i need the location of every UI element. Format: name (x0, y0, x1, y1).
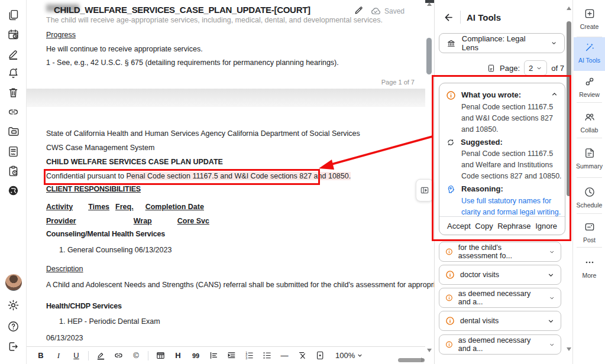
tab-create[interactable]: Create (573, 8, 605, 30)
edit-pen-icon[interactable] (6, 47, 21, 61)
bullet-list-icon[interactable] (258, 349, 275, 363)
link-icon[interactable] (6, 105, 21, 119)
col-completion-date: Completion Date (145, 203, 204, 211)
doc-paragraph[interactable]: State of California Health and Human Ser… (46, 129, 360, 138)
chevron-down-icon (549, 341, 555, 349)
horizontal-rule-icon[interactable]: — (276, 349, 293, 363)
document-scrollbar[interactable] (425, 0, 433, 355)
tab-review[interactable]: Review (573, 76, 605, 98)
document-signature-icon[interactable] (6, 144, 21, 159)
suggestion-item[interactable]: as deemed necessary and a... (439, 334, 561, 355)
chevron-down-icon (547, 271, 555, 279)
description-heading[interactable]: Description (46, 265, 83, 273)
tab-summary[interactable]: Summary (573, 147, 605, 170)
scroll-up-arrow[interactable] (567, 6, 571, 10)
compliance-lens-dropdown[interactable]: Compliance: Legal Lens (439, 33, 565, 53)
doc-footnote[interactable]: 1 - See, e.g., 42 U.S.C. § 675 (detailin… (46, 58, 339, 67)
heading-icon[interactable]: H (170, 349, 186, 363)
doc-heading-progress[interactable]: Progress (46, 31, 76, 39)
calendar-clock-icon[interactable] (6, 27, 21, 42)
suggestion-item[interactable]: dental visits (439, 311, 561, 331)
description-text[interactable]: A Child and Adolescent Needs and Strengt… (46, 278, 428, 292)
table-header-row-2[interactable]: ProviderWrapCore Svc (46, 217, 209, 225)
zoom-control[interactable]: 100% (335, 351, 363, 360)
scroll-up-arrow[interactable] (427, 2, 432, 6)
panel-toggle-button[interactable] (416, 179, 433, 202)
tab-label: Review (573, 91, 605, 98)
doc-confidential-line[interactable]: Confidential pursuant to Penal Code sect… (46, 172, 351, 180)
document-canvas[interactable]: The child will receive age-appropriate s… (27, 0, 425, 346)
doc-paragraph[interactable]: The child will receive age-appropriate s… (46, 16, 383, 24)
trash-icon[interactable] (6, 85, 21, 100)
insert-page-icon[interactable] (312, 349, 328, 363)
section-heading[interactable]: CLIENT RESPONSIBILITIES (46, 185, 141, 193)
tab-collab[interactable]: Collab (573, 111, 605, 134)
list-item[interactable]: 1. General Counseling 06/13/2023 (59, 246, 172, 254)
rail-divider (577, 102, 602, 103)
align-left-icon[interactable] (205, 349, 222, 363)
ignore-button[interactable]: Ignore (535, 222, 557, 230)
table-header-row-1[interactable]: ActivityTimesFreq.Completion Date (46, 203, 204, 211)
globe-icon[interactable] (6, 183, 21, 198)
clear-formatting-icon[interactable] (294, 349, 310, 363)
col-activity: Activity (46, 203, 73, 211)
tab-ai-tools[interactable]: AI Tools (573, 41, 605, 64)
tab-schedule[interactable]: Schedule (573, 186, 605, 209)
italic-icon[interactable]: I (50, 349, 67, 363)
doc-date[interactable]: 06/13/2023 (46, 334, 83, 342)
doc-paragraph[interactable]: CWS Case Management System (46, 144, 154, 152)
bank-icon (447, 38, 456, 48)
highlight-icon[interactable] (92, 349, 109, 363)
doc-heading[interactable]: CHILD WELFARE SERVICES CASE PLAN UPDATE (46, 158, 223, 166)
accept-button[interactable]: Accept (447, 222, 471, 230)
panel-title: AI Tools (467, 12, 501, 22)
scroll-down-arrow[interactable] (567, 347, 571, 351)
scroll-right-arrow[interactable] (421, 358, 425, 362)
copy-document-icon[interactable] (6, 8, 21, 22)
service-heading[interactable]: Counseling/Mental Health Services (46, 230, 165, 238)
logout-icon[interactable] (6, 339, 21, 354)
rail-divider (577, 138, 602, 138)
settings-gear-icon[interactable] (6, 298, 21, 313)
copy-button[interactable]: Copy (475, 222, 493, 230)
scroll-down-arrow[interactable] (427, 349, 432, 352)
suggestion-item[interactable]: as deemed necessary and a... (439, 288, 561, 308)
underline-icon[interactable]: U (68, 349, 85, 363)
help-icon[interactable] (6, 319, 21, 334)
scrollbar-thumb[interactable] (567, 21, 571, 196)
tab-more[interactable]: More (573, 256, 605, 279)
blockquote-icon[interactable]: 99 (187, 349, 204, 363)
back-arrow-icon[interactable] (443, 12, 454, 23)
toolbar-separator (148, 351, 148, 360)
suggestion-item[interactable]: doctor visits (439, 265, 561, 285)
chevron-up-icon[interactable] (551, 90, 558, 98)
link-icon[interactable] (110, 349, 127, 363)
suggestion-item[interactable]: for the child's assessment fo... (439, 242, 561, 262)
edit-pencil-icon[interactable] (354, 5, 364, 18)
list-item[interactable]: 1. HEP - Periodic Dental Exam (59, 317, 160, 326)
table-icon[interactable] (152, 349, 169, 363)
tab-label: Post (573, 236, 605, 243)
confidential-highlight: Penal Code section 11167.5 and W&I Code … (127, 172, 351, 180)
folder-card-icon[interactable] (6, 124, 21, 139)
indent-icon[interactable] (223, 349, 240, 363)
toolbar-separator (88, 351, 89, 360)
notification-bell-icon[interactable] (6, 66, 21, 80)
scrollbar-thumb[interactable] (426, 38, 432, 74)
confidential-prefix: Confidential pursuant to (46, 172, 127, 180)
panel-scrollbar[interactable] (566, 0, 572, 364)
doc-paragraph[interactable]: He will continue to receive appropriate … (46, 45, 203, 53)
page-label: Page: (500, 64, 520, 73)
user-avatar[interactable] (5, 274, 22, 291)
ai-wand-icon (584, 41, 596, 53)
ordered-list-icon[interactable]: 123 (241, 349, 257, 363)
page-select[interactable]: 2 (524, 60, 547, 76)
rephrase-button[interactable]: Rephrase (497, 222, 530, 230)
clipboard-clock-icon[interactable] (6, 164, 21, 178)
service-heading[interactable]: Health/CHDP Services (46, 302, 122, 310)
tab-label: Collab (573, 126, 605, 134)
tab-post[interactable]: Post (573, 221, 605, 243)
info-icon (445, 247, 453, 256)
comment-icon[interactable]: © (128, 349, 144, 363)
bold-icon[interactable]: B (33, 349, 49, 363)
